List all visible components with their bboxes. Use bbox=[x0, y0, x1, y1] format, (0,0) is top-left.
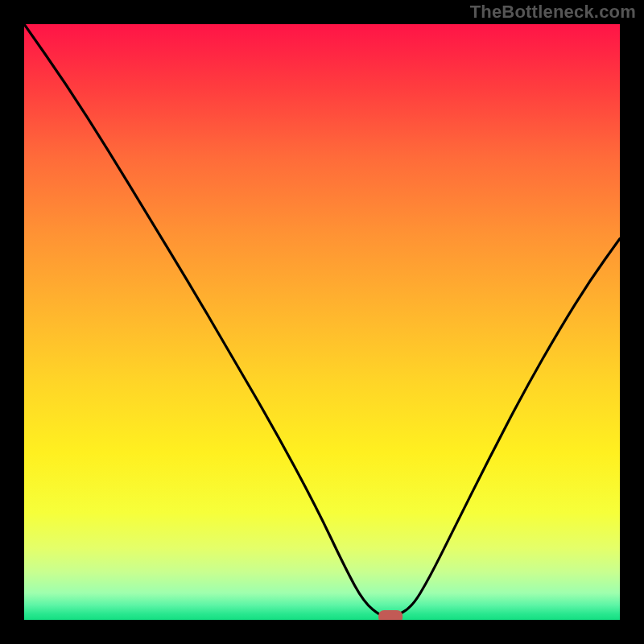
chart-container: TheBottleneck.com bbox=[0, 0, 644, 644]
watermark-text: TheBottleneck.com bbox=[470, 2, 636, 23]
gradient-background bbox=[24, 24, 620, 620]
optimal-marker bbox=[378, 610, 402, 620]
chart-svg bbox=[24, 24, 620, 620]
plot-area bbox=[24, 24, 620, 620]
